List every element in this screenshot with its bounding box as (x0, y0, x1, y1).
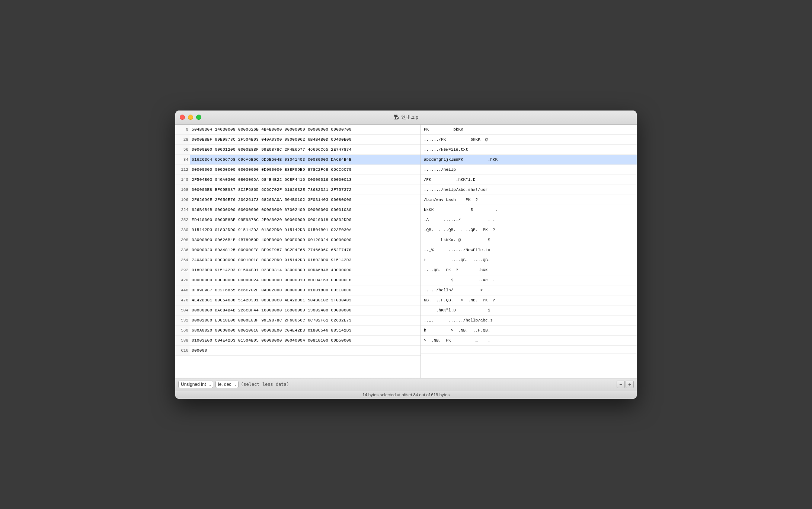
hex-row[interactable]: 616000000 (175, 346, 421, 356)
text-row[interactable]: .QB. .-..QB. .-..QB. PK ? (421, 225, 637, 235)
row-offset: 112 (175, 165, 190, 175)
hex-bytes: 00002080 ED818E00 0000E8BF 99E9878C 2F68… (190, 316, 421, 325)
shrink-button[interactable]: − (617, 381, 625, 388)
text-row[interactable]: $ ..Ac . (421, 275, 637, 285)
hex-row[interactable]: 50400080000 DA684B4B 226CBF44 16000000 1… (175, 305, 421, 316)
hex-bytes: 00080000 DA684B4B 226CBF44 16000000 1600… (190, 305, 421, 315)
endian-select-wrapper: le, dec (215, 381, 239, 388)
text-row[interactable]: ....../PK bkKK @ (421, 135, 637, 145)
hex-bytes: 00000020 80A48125 000000E8 BF99E987 8C2F… (190, 245, 421, 255)
row-offset: 392 (175, 265, 190, 275)
row-offset: 168 (175, 185, 190, 195)
row-offset: 196 (175, 195, 190, 205)
hex-row[interactable]: 5600000E00 00001200 0000E8BF 99E9878C 2F… (175, 145, 421, 155)
hex-row[interactable]: 4764E42D301 80C54688 5142D301 003E00C0 4… (175, 295, 421, 305)
text-row[interactable]: .._. ....../hellp/abc.s (421, 316, 637, 326)
hex-bytes: 000000E8 BF99E987 8C2F6865 6C6C702F 6162… (190, 185, 421, 195)
maximize-button[interactable] (196, 115, 201, 120)
row-offset: 336 (175, 245, 190, 255)
text-row[interactable]: abcdefghijklmnPK .hKK (421, 155, 637, 165)
row-offset: 420 (175, 275, 190, 285)
hex-bytes: 915142D3 01802DD0 915142D3 01802DD0 9151… (190, 225, 421, 235)
row-offset: 476 (175, 295, 190, 305)
hex-bytes: 000000 (190, 346, 421, 355)
hex-panel: 0504B0304 14030008 0000626B 4B4B0000 000… (175, 125, 421, 378)
status-text: 14 bytes selected at offset 84 out of 61… (362, 393, 450, 397)
row-offset: 84 (175, 155, 190, 164)
text-row[interactable]: .A ....../ .-. (421, 215, 637, 225)
hex-row[interactable]: 252ED410000 0000E8BF 99E9878C 2F0A0020 0… (175, 215, 421, 225)
row-offset: 280 (175, 225, 190, 235)
hex-row[interactable]: 0504B0304 14030008 0000626B 4B4B0000 000… (175, 125, 421, 135)
hex-editor-window: 🗜 这里.zip 0504B0304 14030008 0000626B 4B4… (175, 111, 637, 399)
hex-row[interactable]: 1402F504B03 040A0300 080000DA 684B4B22 6… (175, 175, 421, 185)
row-offset: 448 (175, 285, 190, 295)
hex-bytes: 680A0020 00000000 00010018 00003E00 C04E… (190, 326, 421, 335)
hex-bytes: 01003E00 C04E42D3 01504B05 06000000 0004… (190, 336, 421, 345)
hex-bytes: 4E42D301 80C54688 5142D301 003E00C0 4E42… (190, 295, 421, 305)
hex-row[interactable]: 280915142D3 01802DD0 915142D3 01802DD0 9… (175, 225, 421, 235)
text-row[interactable]: ......./hellp (421, 165, 637, 175)
hex-row[interactable]: 11200000000 00000000 00000000 0D000000 E… (175, 165, 421, 175)
row-offset: 308 (175, 235, 190, 245)
main-content: 0504B0304 14030008 0000626B 4B4B0000 000… (175, 125, 637, 378)
row-offset: 364 (175, 255, 190, 265)
hex-row[interactable]: 53200002080 ED818E00 0000E8BF 99E9878C 2… (175, 316, 421, 326)
text-row[interactable]: .._% ....../NewFile.tx (421, 245, 637, 255)
hex-row[interactable]: 280000E8BF 99E9878C 2F504B03 040A0300 08… (175, 135, 421, 145)
text-row[interactable]: h > .NB. ..F.QB. (421, 326, 637, 336)
text-empty-area (421, 354, 637, 376)
hex-row[interactable]: 448BF99E987 8C2F6865 6C6C702F 0A002000 0… (175, 285, 421, 295)
hex-bytes: 626B4B4B 00000000 00000000 00000000 0700… (190, 205, 421, 215)
hex-row[interactable]: 58801003E00 C04E42D3 01504B05 06000000 0… (175, 336, 421, 346)
text-row[interactable]: bkKKx. @ $ (421, 235, 637, 245)
hex-bytes: 61626364 65666768 696A6B6C 6D6E504B 0304… (190, 155, 421, 164)
hex-row[interactable]: 42000000000 00000000 000D0024 00000000 0… (175, 275, 421, 285)
hex-row[interactable]: 39201802DD0 915142D3 01504B01 023F0314 0… (175, 265, 421, 275)
text-row[interactable]: ...../hellp/ > . (421, 285, 637, 295)
text-row[interactable]: bkKK $ . (421, 205, 637, 215)
text-row[interactable] (421, 346, 637, 354)
endian-select[interactable]: le, dec (215, 381, 239, 388)
text-row[interactable]: /bin/env bash PK ? (421, 195, 637, 205)
hex-bytes: 2F504B03 040A0300 080000DA 684B4B22 6CBF… (190, 175, 421, 185)
text-row[interactable]: .hKK"l.D $ (421, 305, 637, 316)
text-row[interactable]: > .NB. PK _ . (421, 336, 637, 346)
row-offset: 28 (175, 135, 190, 144)
text-row[interactable]: NB. ..F.QB. > .NB. PK ? (421, 295, 637, 305)
hex-row[interactable]: 224626B4B4B 00000000 00000000 00000000 0… (175, 205, 421, 215)
titlebar: 🗜 这里.zip (175, 111, 637, 125)
hex-row[interactable]: 1962F62696E 2F656E76 20626173 68200A0A 5… (175, 195, 421, 205)
hex-bytes: ED410000 0000E8BF 99E9878C 2F0A0020 0000… (190, 215, 421, 225)
traffic-lights (180, 115, 201, 120)
hex-row[interactable]: 560680A0020 00000000 00010018 00003E00 C… (175, 326, 421, 336)
hex-bytes: 504B0304 14030008 0000626B 4B4B0000 0000… (190, 125, 421, 134)
hex-row[interactable]: 30803000800 00626B4B 4B78950D 400E0000 0… (175, 235, 421, 245)
resize-buttons: − + (617, 381, 634, 388)
row-offset: 588 (175, 336, 190, 345)
text-row[interactable]: PK bkKK (421, 125, 637, 135)
minimize-button[interactable] (188, 115, 193, 120)
row-offset: 560 (175, 326, 190, 335)
text-row[interactable]: .-..QB. PK ? .hKK (421, 265, 637, 275)
row-offset: 140 (175, 175, 190, 185)
row-offset: 616 (175, 346, 190, 355)
title-text: 这里.zip (401, 114, 418, 121)
text-row[interactable]: ....../NewFile.txt (421, 145, 637, 155)
close-button[interactable] (180, 115, 185, 120)
hex-bytes: 2F62696E 2F656E76 20626173 68200A0A 504B… (190, 195, 421, 205)
text-row[interactable]: ......./hellp/abc.sh#!/usr (421, 185, 637, 195)
text-row[interactable]: t .-..QB. .-..QB. (421, 255, 637, 265)
expand-button[interactable]: + (626, 381, 634, 388)
text-row[interactable]: /PK .hKK"l.D (421, 175, 637, 185)
text-panel: PK bkKK....../PK bkKK @....../NewFile.tx… (421, 125, 637, 378)
hex-bytes: BF99E987 8C2F6865 6C6C702F 0A002000 0000… (190, 285, 421, 295)
hex-row[interactable]: 168000000E8 BF99E987 8C2F6865 6C6C702F 6… (175, 185, 421, 195)
hex-bytes: 01802DD0 915142D3 01504B01 023F0314 0300… (190, 265, 421, 275)
row-offset: 252 (175, 215, 190, 225)
row-offset: 532 (175, 316, 190, 325)
type-select[interactable]: Unsigned Int (178, 381, 213, 388)
hex-row[interactable]: 8461626364 65666768 696A6B6C 6D6E504B 03… (175, 155, 421, 165)
hex-row[interactable]: 33600000020 80A48125 000000E8 BF99E987 8… (175, 245, 421, 255)
hex-row[interactable]: 364740A0020 00000000 00010018 00802DD0 9… (175, 255, 421, 265)
